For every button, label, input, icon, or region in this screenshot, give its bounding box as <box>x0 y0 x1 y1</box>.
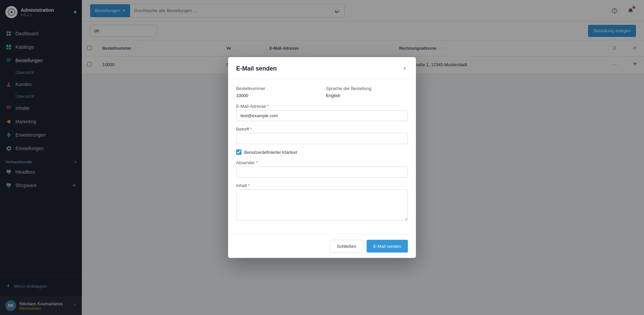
sprache-value: English <box>326 93 340 98</box>
absender-input[interactable] <box>236 167 408 178</box>
inhalt-field-group: Inhalt * <box>236 183 408 222</box>
checkbox-label[interactable]: Benutzerdefinierter Klartext <box>244 150 297 155</box>
betreff-field-group: Betreff * <box>236 127 408 144</box>
checkbox-row: Benutzerdefinierter Klartext <box>236 149 408 155</box>
modal-bestellnummer-col: Bestellnummer 10000 <box>236 86 318 98</box>
inhalt-label: Inhalt * <box>236 183 408 188</box>
modal-sprache-col: Sprache der Bestellung English <box>326 86 408 98</box>
bestellnummer-value: 10000 <box>236 93 248 98</box>
absender-field-group: Absender * <box>236 160 408 178</box>
modal-send-button[interactable]: E-Mail senden <box>367 240 408 253</box>
email-input[interactable] <box>236 110 408 121</box>
modal-footer: Schließen E-Mail senden <box>228 234 416 258</box>
betreff-required-indicator: * <box>250 127 252 132</box>
custom-text-checkbox[interactable] <box>236 149 241 155</box>
inhalt-textarea[interactable] <box>236 189 408 221</box>
betreff-input[interactable] <box>236 133 408 144</box>
modal-body: Bestellnummer 10000 Sprache der Bestellu… <box>228 79 416 234</box>
absender-required-indicator: * <box>256 160 258 165</box>
email-field-label: E-Mail-Adresse * <box>236 104 408 109</box>
bestellnummer-label: Bestellnummer <box>236 86 318 91</box>
modal-schliessen-button[interactable]: Schließen <box>330 240 363 253</box>
modal-info-row: Bestellnummer 10000 Sprache der Bestellu… <box>236 86 408 98</box>
email-required-indicator: * <box>267 104 269 109</box>
email-modal: E-Mail senden × Bestellnummer 10000 Spra… <box>228 57 416 258</box>
modal-close-x-button[interactable]: × <box>401 64 408 74</box>
betreff-label: Betreff * <box>236 127 408 132</box>
inhalt-required-indicator: * <box>248 183 250 188</box>
sprache-label: Sprache der Bestellung <box>326 86 408 91</box>
modal-overlay[interactable]: E-Mail senden × Bestellnummer 10000 Spra… <box>0 0 644 315</box>
email-field-group: E-Mail-Adresse * <box>236 104 408 121</box>
modal-header: E-Mail senden × <box>228 57 416 79</box>
absender-label: Absender * <box>236 160 408 165</box>
modal-title: E-Mail senden <box>236 65 277 72</box>
close-x-icon: × <box>403 65 407 72</box>
